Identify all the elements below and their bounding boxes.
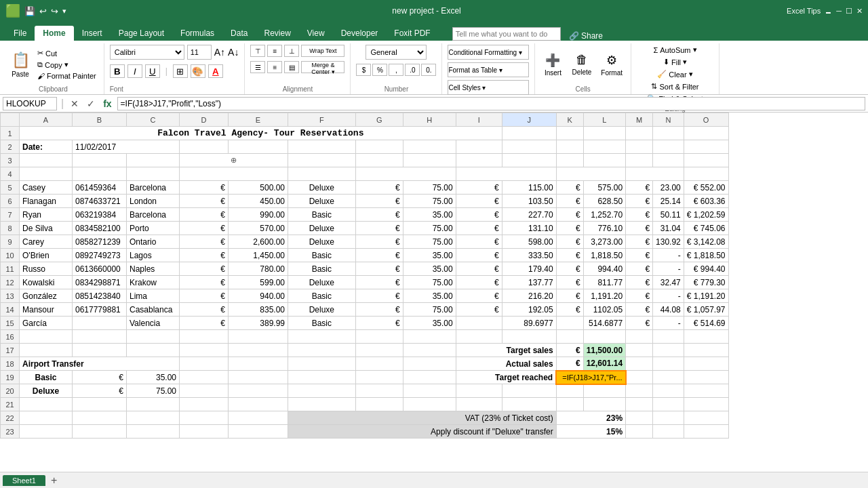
tab-formulas[interactable]: Formulas [172,26,222,41]
col-header-L[interactable]: L [583,113,625,127]
cancel-formula-button[interactable]: ✕ [68,98,81,109]
col-header-G[interactable]: G [355,113,403,127]
tab-page-layout[interactable]: Page Layout [111,26,172,41]
redo-icon[interactable]: ↪ [51,6,58,16]
sheet-container[interactable]: A B C D E F G H I J K L M N O 1 Falcon T… [0,113,868,472]
r1-l[interactable] [583,127,625,140]
ribbon-collapse-icon[interactable]: 🗕 [825,7,832,15]
header-ticketcost[interactable]: Ticket cost [180,167,288,181]
r6-b[interactable]: 0874633721 [73,195,127,208]
clear-button[interactable]: 🧹 Clear ▾ [655,69,694,79]
r1-k[interactable] [556,127,583,140]
header-destination[interactable]: Destination [127,167,180,181]
undo-icon[interactable]: ↩ [39,6,47,16]
col-header-N[interactable]: N [653,113,684,127]
col-header-H[interactable]: H [403,113,456,127]
r5-b[interactable]: 061459364 [73,181,127,195]
r5-i-val[interactable]: 23.00 [653,181,684,195]
r5-g-euro[interactable]: € [456,181,502,195]
align-center-button[interactable]: ≡ [267,61,282,73]
header-vat[interactable]: VAT [456,167,556,181]
r5-f-euro[interactable]: € [355,181,403,195]
col-header-J[interactable]: J [502,113,556,127]
percent-button[interactable]: % [372,64,387,76]
font-size-input[interactable] [187,45,212,60]
r5-a[interactable]: Casey [20,181,73,195]
minimize-icon[interactable]: ─ [836,7,842,15]
header-discount[interactable]: Discount [626,167,684,181]
align-middle-button[interactable]: ≡ [267,45,282,57]
r5-e[interactable]: Deluxe [288,181,356,195]
r6-a[interactable]: Flanagan [20,195,73,208]
bold-button[interactable]: B [110,64,125,78]
header-cost[interactable]: Cost [355,167,456,181]
col-header-B[interactable]: B [73,113,127,127]
help-label[interactable]: Excel Tips [787,7,821,15]
sheet-tab-sheet1[interactable]: Sheet1 [3,475,45,486]
r1-j[interactable] [502,127,556,140]
target-sales-euro[interactable]: € [556,344,583,357]
cut-button[interactable]: ✂ Cut [35,48,98,58]
r5-c[interactable]: Barcelona [127,181,180,195]
header-airport[interactable]: Airport Transfer [288,167,356,181]
header-telephone[interactable]: Telephone [73,167,127,181]
deluxe-euro-cell[interactable]: € [73,384,127,398]
clear-dropdown[interactable]: ▾ [689,70,693,79]
align-top-button[interactable]: ⊤ [250,45,265,57]
quick-save-icon[interactable]: 💾 [24,6,35,16]
cell-styles-button[interactable]: Cell Styles ▾ [448,80,529,95]
font-size-increase-icon[interactable]: A↑ [214,47,225,58]
tab-foxit[interactable]: Foxit PDF [386,26,438,41]
tab-insert[interactable]: Insert [74,26,111,41]
r5-h-val[interactable]: 575.00 [583,181,625,195]
name-box[interactable] [3,97,57,110]
col-header-C[interactable]: C [127,113,180,127]
r5-i-euro[interactable]: € [626,181,653,195]
increase-decimal-button[interactable]: .0 [405,64,420,76]
confirm-formula-button[interactable]: ✓ [84,98,98,109]
insert-button[interactable]: ➕ Insert [540,52,565,78]
fill-button[interactable]: ⬇ Fill ▾ [661,57,689,67]
basic-value-cell[interactable]: 35.00 [127,371,180,384]
fill-dropdown[interactable]: ▾ [683,58,687,66]
comma-button[interactable]: , [389,64,403,76]
date-value-cell[interactable]: 11/02/2017 [73,140,180,154]
target-reached-value-cell[interactable]: =IF(J18>J17,"Pr... [556,371,625,384]
col-header-M[interactable]: M [626,113,653,127]
maximize-icon[interactable]: ☐ [846,7,852,16]
tab-file[interactable]: File [5,26,35,41]
r5-j-val[interactable]: € 552.00 [684,181,728,195]
paste-button[interactable]: 📋 Paste [8,50,33,79]
basic-euro-cell[interactable]: € [73,371,127,384]
autosum-button[interactable]: Σ AutoSum ▾ [651,45,698,55]
underline-button[interactable]: U [145,64,160,78]
r1-o[interactable] [684,127,728,140]
insert-function-button[interactable]: fx [100,98,114,109]
r5-f-val[interactable]: 75.00 [403,181,456,195]
copy-dropdown-icon[interactable]: ▾ [64,60,68,69]
col-header-F[interactable]: F [288,113,356,127]
font-name-select[interactable]: Calibri [110,45,184,60]
delete-button[interactable]: 🗑 Delete [569,52,594,77]
deluxe-value-cell[interactable]: 75.00 [127,384,180,398]
actual-sales-euro[interactable]: € [556,357,583,371]
tab-data[interactable]: Data [222,26,256,41]
basic-label-cell[interactable]: Basic [20,371,73,384]
col-header-O[interactable]: O [684,113,728,127]
actual-sales-value[interactable]: 12,601.14 [583,357,625,371]
r5-h-euro[interactable]: € [556,181,583,195]
r5-d-euro[interactable]: € [180,181,229,195]
format-as-table-button[interactable]: Format as Table ▾ [448,62,529,77]
tab-view[interactable]: View [299,26,333,41]
header-subtotal[interactable]: Subtotal [556,167,625,181]
deluxe-label-cell[interactable]: Deluxe [20,384,73,398]
decrease-decimal-button[interactable]: 0. [421,64,436,76]
close-icon[interactable]: ✕ [856,7,863,16]
font-color-button[interactable]: A [208,64,223,78]
actual-sales-label-cell[interactable]: Actual sales [456,357,556,371]
col-header-D[interactable]: D [180,113,229,127]
r6-c[interactable]: London [127,195,180,208]
copy-button[interactable]: ⧉ Copy ▾ [35,60,98,70]
share-button[interactable]: 🔗 Share [569,31,603,41]
add-sheet-button[interactable]: + [47,474,61,487]
